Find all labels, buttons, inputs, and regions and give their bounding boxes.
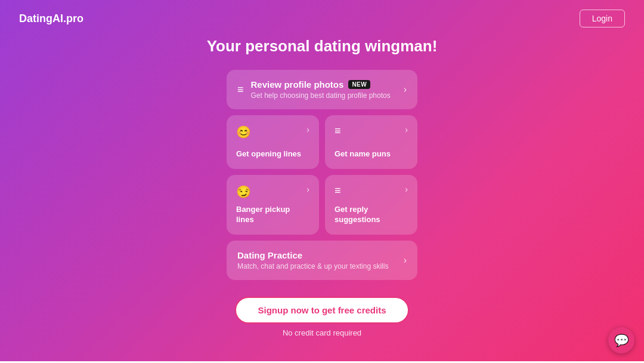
dating-practice-title: Dating Practice — [237, 250, 388, 260]
list-icon: ≡ — [237, 84, 244, 96]
reply-suggestions-card[interactable]: ≡ › Get reply suggestions — [325, 175, 417, 235]
signup-button[interactable]: Signup now to get free credits — [235, 297, 408, 324]
card-full-left: ≡ Review profile photos NEW Get help cho… — [237, 79, 391, 100]
name-puns-title: Get name puns — [335, 149, 408, 159]
no-cc-text: No credit card required — [283, 328, 361, 337]
card-half-top: ≡ › — [335, 184, 408, 197]
card-practice-content: Dating Practice Match, chat and practice… — [237, 250, 388, 270]
wink-icon: 😏 — [236, 184, 251, 199]
review-photos-card[interactable]: ≡ Review profile photos NEW Get help cho… — [227, 70, 417, 109]
review-photos-subtitle: Get help choosing best dating profile ph… — [251, 91, 391, 100]
chevron-right-icon: › — [405, 184, 408, 194]
cta-section: Signup now to get free credits No credit… — [235, 297, 408, 337]
card-full-content: Review profile photos NEW Get help choos… — [251, 79, 391, 100]
card-half-top: 😊 › — [236, 125, 309, 139]
chevron-right-icon: › — [404, 84, 407, 95]
cards-grid-row1: 😊 › Get opening lines ≡ › Get name puns — [227, 115, 417, 169]
pickup-lines-title: Banger pickup lines — [236, 205, 309, 225]
review-photos-title: Review profile photos NEW — [251, 79, 391, 90]
list-icon: ≡ — [335, 184, 341, 197]
dating-practice-subtitle: Match, chat and practice & up your texti… — [237, 262, 388, 270]
chat-bubble-button[interactable]: 💬 — [608, 327, 634, 353]
name-puns-card[interactable]: ≡ › Get name puns — [325, 115, 417, 169]
smile-icon: 😊 — [236, 125, 251, 139]
hero-title: Your personal dating wingman! — [207, 37, 438, 56]
pickup-lines-card[interactable]: 😏 › Banger pickup lines — [227, 175, 319, 235]
cards-container: ≡ Review profile photos NEW Get help cho… — [227, 70, 417, 280]
login-button[interactable]: Login — [580, 10, 625, 27]
opening-lines-card[interactable]: 😊 › Get opening lines — [227, 115, 319, 169]
card-half-top: 😏 › — [236, 184, 309, 199]
dating-practice-card[interactable]: Dating Practice Match, chat and practice… — [227, 241, 417, 280]
header: DatingAI.pro Login — [0, 0, 644, 37]
list-icon: ≡ — [335, 125, 341, 137]
opening-lines-title: Get opening lines — [236, 149, 309, 159]
chat-icon: 💬 — [614, 333, 629, 347]
cards-grid-row2: 😏 › Banger pickup lines ≡ › Get reply su… — [227, 175, 417, 235]
chevron-right-icon: › — [405, 125, 408, 134]
hero-section: DatingAI.pro Login Your personal dating … — [0, 0, 644, 361]
logo: DatingAI.pro — [19, 13, 83, 25]
chevron-right-icon: › — [404, 255, 407, 266]
reply-suggestions-title: Get reply suggestions — [335, 205, 408, 225]
chevron-right-icon: › — [306, 125, 309, 134]
card-half-top: ≡ › — [335, 125, 408, 137]
chevron-right-icon: › — [306, 184, 309, 194]
new-badge: NEW — [348, 80, 370, 89]
